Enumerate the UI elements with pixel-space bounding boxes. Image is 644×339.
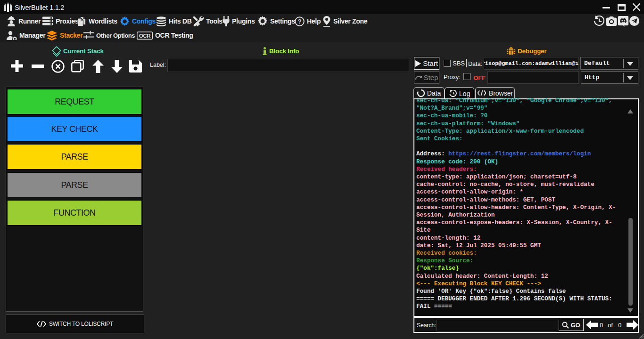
- svg-text:OCR: OCR: [139, 33, 151, 39]
- svg-text:?: ?: [298, 18, 301, 25]
